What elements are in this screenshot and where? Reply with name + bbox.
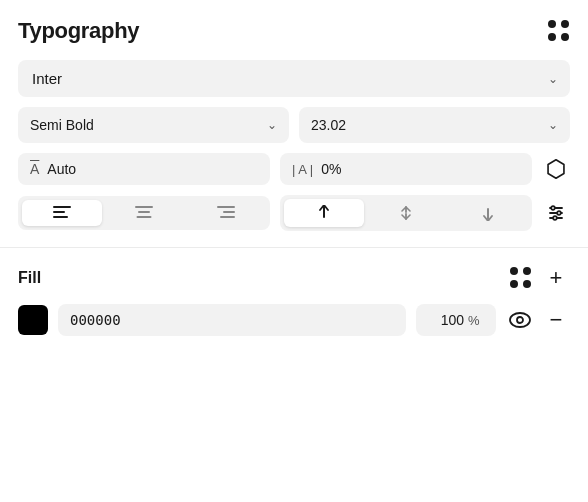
svg-point-20 (517, 317, 523, 323)
valign-middle-button[interactable] (366, 199, 446, 227)
svg-rect-0 (53, 206, 71, 208)
align-left-button[interactable] (22, 200, 102, 226)
opacity-wrapper: % (416, 304, 496, 336)
auto-text-icon: A (30, 161, 39, 177)
svg-rect-8 (220, 216, 235, 218)
color-hex-wrapper (58, 304, 406, 336)
svg-rect-5 (137, 216, 152, 218)
font-weight-wrapper: Semi Bold ⌄ (18, 107, 289, 143)
hexagon-settings-icon[interactable] (542, 155, 570, 183)
font-family-select-wrapper: Inter ⌄ (18, 60, 570, 97)
valign-top-button[interactable] (284, 199, 364, 227)
svg-rect-4 (138, 211, 150, 213)
fill-header: Fill + (18, 264, 570, 292)
align-right-button[interactable] (186, 200, 266, 226)
font-weight-size-row: Semi Bold ⌄ ⌄ (18, 107, 570, 143)
kerning-field: | A | (280, 153, 532, 185)
align-center-button[interactable] (104, 200, 184, 226)
font-size-input[interactable] (299, 107, 570, 143)
grid-icon[interactable] (548, 20, 570, 42)
dot3 (548, 33, 556, 41)
font-size-wrapper: ⌄ (299, 107, 570, 143)
kerning-input[interactable] (321, 161, 520, 177)
text-align-group (18, 196, 270, 230)
opacity-unit: % (468, 313, 480, 328)
svg-rect-1 (53, 211, 65, 213)
color-hex-input[interactable] (70, 312, 394, 328)
add-fill-button[interactable]: + (542, 264, 570, 292)
auto-kerning-row: A | A | (18, 153, 570, 185)
auto-input[interactable] (47, 161, 258, 177)
svg-rect-7 (223, 211, 235, 213)
valign-bottom-button[interactable] (448, 199, 528, 227)
dot2 (561, 20, 569, 28)
font-family-select[interactable]: Inter (18, 60, 570, 97)
fill-color-row: % − (18, 304, 570, 336)
font-weight-col: Semi Bold ⌄ (18, 107, 289, 143)
dot4 (561, 33, 569, 41)
remove-fill-button[interactable]: − (542, 306, 570, 334)
color-swatch[interactable] (18, 305, 48, 335)
fill-title: Fill (18, 269, 41, 287)
font-size-col: ⌄ (299, 107, 570, 143)
vertical-align-group (280, 195, 532, 231)
svg-rect-2 (53, 216, 68, 218)
opacity-input[interactable] (428, 312, 464, 328)
svg-rect-6 (217, 206, 235, 208)
svg-point-16 (551, 206, 555, 210)
fill-header-actions: + (510, 264, 570, 292)
svg-point-17 (557, 211, 561, 215)
auto-field: A (18, 153, 270, 185)
alignment-row (18, 195, 570, 231)
sliders-icon[interactable] (542, 199, 570, 227)
font-weight-select[interactable]: Semi Bold (18, 107, 289, 143)
svg-point-19 (510, 313, 530, 327)
typography-panel: Typography Inter ⌄ Semi Bold ⌄ (0, 0, 588, 231)
kerning-icon-label: | A | (292, 162, 313, 177)
svg-point-18 (553, 216, 557, 220)
typography-header: Typography (18, 18, 570, 44)
visibility-icon[interactable] (506, 306, 534, 334)
svg-rect-3 (135, 206, 153, 208)
fill-section: Fill + % − (0, 264, 588, 354)
fill-right-icons: − (506, 306, 570, 334)
section-divider (0, 247, 588, 248)
font-family-row: Inter ⌄ (18, 60, 570, 97)
fill-grid-icon[interactable] (510, 267, 532, 289)
dot1 (548, 20, 556, 28)
page-title: Typography (18, 18, 139, 44)
